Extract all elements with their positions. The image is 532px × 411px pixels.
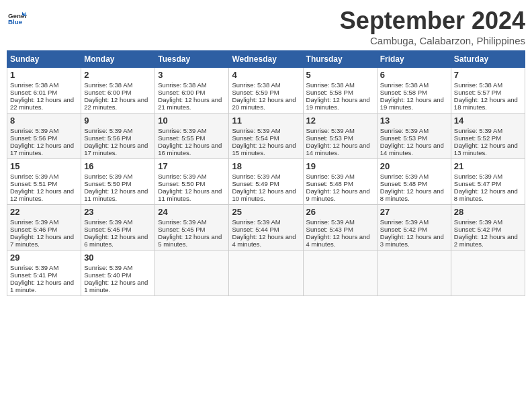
day-cell-13: 13Sunrise: 5:39 AMSunset: 5:53 PMDayligh… — [377, 113, 451, 159]
sunset-text: Sunset: 5:44 PM — [232, 226, 300, 233]
header-tuesday: Tuesday — [155, 51, 229, 68]
day-number: 24 — [158, 207, 226, 217]
sunrise-text: Sunrise: 5:38 AM — [84, 81, 152, 89]
daylight-text: Daylight: 12 hours and 3 minutes. — [380, 233, 448, 248]
day-number: 29 — [10, 253, 78, 263]
sunset-text: Sunset: 5:59 PM — [232, 89, 300, 96]
daylight-text: Daylight: 12 hours and 12 minutes. — [10, 187, 78, 202]
daylight-text: Daylight: 12 hours and 4 minutes. — [232, 233, 300, 248]
sunrise-text: Sunrise: 5:39 AM — [158, 173, 226, 180]
header-friday: Friday — [377, 51, 451, 68]
day-cell-1: 1Sunrise: 5:38 AMSunset: 6:01 PMDaylight… — [7, 68, 81, 113]
sunrise-text: Sunrise: 5:39 AM — [84, 173, 152, 180]
day-number: 11 — [232, 116, 300, 126]
day-number: 9 — [84, 116, 152, 126]
sunset-text: Sunset: 5:56 PM — [84, 134, 152, 142]
day-cell-3: 3Sunrise: 5:38 AMSunset: 6:00 PMDaylight… — [155, 68, 229, 113]
day-number: 2 — [84, 70, 152, 80]
sunset-text: Sunset: 5:47 PM — [454, 180, 522, 187]
day-cell-19: 19Sunrise: 5:39 AMSunset: 5:48 PMDayligh… — [303, 159, 377, 205]
day-cell-17: 17Sunrise: 5:39 AMSunset: 5:50 PMDayligh… — [155, 159, 229, 205]
sunrise-text: Sunrise: 5:39 AM — [10, 173, 78, 180]
location-title: Cambuga, Calabarzon, Philippines — [340, 35, 525, 46]
daylight-text: Daylight: 12 hours and 8 minutes. — [454, 187, 522, 202]
daylight-text: Daylight: 12 hours and 4 minutes. — [306, 233, 374, 248]
day-number: 23 — [84, 207, 152, 217]
day-cell-7: 7Sunrise: 5:38 AMSunset: 5:57 PMDaylight… — [451, 68, 525, 113]
day-number: 5 — [306, 70, 374, 80]
week-row-4: 22Sunrise: 5:39 AMSunset: 5:46 PMDayligh… — [7, 205, 525, 250]
daylight-text: Daylight: 12 hours and 6 minutes. — [84, 233, 152, 248]
sunset-text: Sunset: 5:51 PM — [10, 180, 78, 187]
sunrise-text: Sunrise: 5:39 AM — [380, 218, 448, 226]
sunset-text: Sunset: 5:58 PM — [306, 89, 374, 96]
day-number: 25 — [232, 207, 300, 217]
sunset-text: Sunset: 5:53 PM — [306, 134, 374, 142]
day-cell-10: 10Sunrise: 5:39 AMSunset: 5:55 PMDayligh… — [155, 113, 229, 159]
empty-cell — [155, 250, 229, 296]
sunrise-text: Sunrise: 5:39 AM — [380, 127, 448, 134]
day-cell-8: 8Sunrise: 5:39 AMSunset: 5:56 PMDaylight… — [7, 113, 81, 159]
day-cell-18: 18Sunrise: 5:39 AMSunset: 5:49 PMDayligh… — [229, 159, 303, 205]
sunrise-text: Sunrise: 5:39 AM — [158, 127, 226, 134]
sunrise-text: Sunrise: 5:38 AM — [454, 81, 522, 89]
day-number: 14 — [454, 116, 522, 126]
day-number: 13 — [380, 116, 448, 126]
day-cell-4: 4Sunrise: 5:38 AMSunset: 5:59 PMDaylight… — [229, 68, 303, 113]
daylight-text: Daylight: 12 hours and 14 minutes. — [306, 142, 374, 156]
sunrise-text: Sunrise: 5:39 AM — [454, 173, 522, 180]
day-number: 21 — [454, 161, 522, 171]
daylight-text: Daylight: 12 hours and 11 minutes. — [84, 187, 152, 202]
daylight-text: Daylight: 12 hours and 14 minutes. — [380, 142, 448, 156]
sunrise-text: Sunrise: 5:38 AM — [158, 81, 226, 89]
daylight-text: Daylight: 12 hours and 20 minutes. — [232, 96, 300, 111]
day-cell-21: 21Sunrise: 5:39 AMSunset: 5:47 PMDayligh… — [451, 159, 525, 205]
daylight-text: Daylight: 12 hours and 17 minutes. — [10, 142, 78, 156]
sunset-text: Sunset: 6:00 PM — [84, 89, 152, 96]
day-cell-11: 11Sunrise: 5:39 AMSunset: 5:54 PMDayligh… — [229, 113, 303, 159]
day-cell-14: 14Sunrise: 5:39 AMSunset: 5:52 PMDayligh… — [451, 113, 525, 159]
sunrise-text: Sunrise: 5:39 AM — [380, 173, 448, 180]
sunset-text: Sunset: 5:45 PM — [158, 226, 226, 233]
day-number: 12 — [306, 116, 374, 126]
empty-cell — [451, 250, 525, 296]
day-number: 15 — [10, 161, 78, 171]
day-cell-24: 24Sunrise: 5:39 AMSunset: 5:45 PMDayligh… — [155, 205, 229, 250]
daylight-text: Daylight: 12 hours and 7 minutes. — [10, 233, 78, 248]
day-number: 10 — [158, 116, 226, 126]
week-row-1: 1Sunrise: 5:38 AMSunset: 6:01 PMDaylight… — [7, 68, 525, 113]
sunrise-text: Sunrise: 5:38 AM — [10, 81, 78, 89]
sunset-text: Sunset: 5:52 PM — [454, 134, 522, 142]
sunrise-text: Sunrise: 5:39 AM — [454, 127, 522, 134]
sunrise-text: Sunrise: 5:39 AM — [10, 218, 78, 226]
sunset-text: Sunset: 5:46 PM — [10, 226, 78, 233]
sunset-text: Sunset: 5:53 PM — [380, 134, 448, 142]
header: General Blue September 2024 Cambuga, Cal… — [7, 7, 525, 46]
sunset-text: Sunset: 5:48 PM — [380, 180, 448, 187]
title-area: September 2024 Cambuga, Calabarzon, Phil… — [340, 7, 525, 46]
sunset-text: Sunset: 5:45 PM — [84, 226, 152, 233]
day-number: 17 — [158, 161, 226, 171]
day-cell-26: 26Sunrise: 5:39 AMSunset: 5:43 PMDayligh… — [303, 205, 377, 250]
daylight-text: Daylight: 12 hours and 19 minutes. — [306, 96, 374, 111]
day-number: 19 — [306, 161, 374, 171]
sunset-text: Sunset: 5:40 PM — [84, 271, 152, 279]
sunset-text: Sunset: 5:50 PM — [158, 180, 226, 187]
daylight-text: Daylight: 12 hours and 21 minutes. — [158, 96, 226, 111]
daylight-text: Daylight: 12 hours and 10 minutes. — [232, 187, 300, 202]
day-cell-12: 12Sunrise: 5:39 AMSunset: 5:53 PMDayligh… — [303, 113, 377, 159]
sunset-text: Sunset: 5:42 PM — [454, 226, 522, 233]
sunrise-text: Sunrise: 5:39 AM — [84, 127, 152, 134]
day-number: 28 — [454, 207, 522, 217]
svg-text:Blue: Blue — [8, 18, 23, 26]
daylight-text: Daylight: 12 hours and 19 minutes. — [380, 96, 448, 111]
day-cell-9: 9Sunrise: 5:39 AMSunset: 5:56 PMDaylight… — [81, 113, 155, 159]
empty-cell — [229, 250, 303, 296]
sunset-text: Sunset: 5:48 PM — [306, 180, 374, 187]
sunrise-text: Sunrise: 5:38 AM — [232, 81, 300, 89]
day-number: 7 — [454, 70, 522, 80]
sunrise-text: Sunrise: 5:39 AM — [306, 173, 374, 180]
daylight-text: Daylight: 12 hours and 5 minutes. — [158, 233, 226, 248]
sunrise-text: Sunrise: 5:39 AM — [84, 218, 152, 226]
day-cell-5: 5Sunrise: 5:38 AMSunset: 5:58 PMDaylight… — [303, 68, 377, 113]
